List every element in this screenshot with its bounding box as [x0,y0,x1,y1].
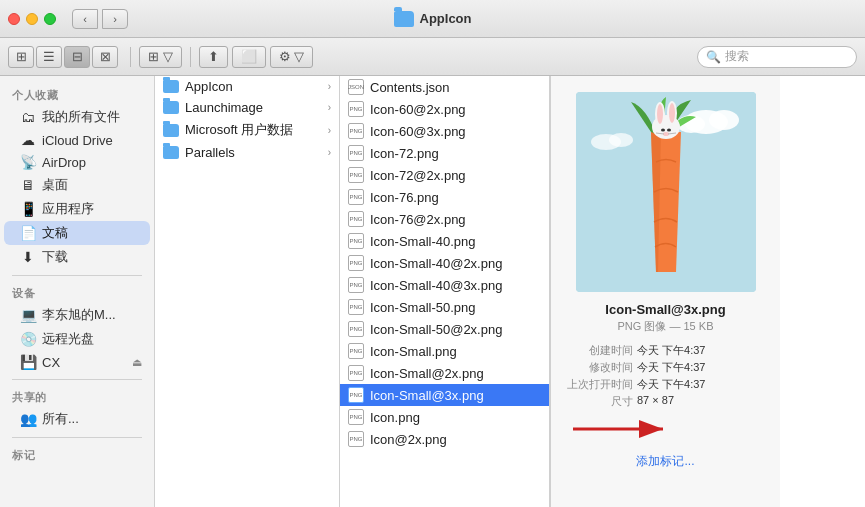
eject-icon[interactable]: ⏏ [132,356,142,369]
col2-item-small50[interactable]: PNG Icon-Small-50.png [340,296,549,318]
sidebar-item-documents[interactable]: 📄 文稿 [4,221,150,245]
minimize-button[interactable] [26,13,38,25]
meta-value-dimensions: 87 × 87 [637,394,768,406]
sidebar-item-mac[interactable]: 💻 李东旭的M... [4,303,150,327]
col2-label-icon72-2x: Icon-72@2x.png [370,168,466,183]
view-icon-btn[interactable]: ⊞ [8,46,34,68]
sidebar-section-tags: 标记 [0,444,154,465]
view-list-btn[interactable]: ☰ [36,46,62,68]
title-folder-icon [394,11,414,27]
file-icon-small40-3x: PNG [348,277,364,293]
tag-button[interactable]: ⬜ [232,46,266,68]
file-icon-icon76-2x: PNG [348,211,364,227]
sidebar-divider-2 [12,379,142,380]
add-tag-link[interactable]: 添加标记... [636,453,694,470]
col2-item-small40-3x[interactable]: PNG Icon-Small-40@3x.png [340,274,549,296]
file-icon-contentsjson: JSON [348,79,364,95]
sidebar-item-shared-all[interactable]: 👥 所有... [4,407,150,431]
col2-label-icon: Icon.png [370,410,420,425]
view-column-btn[interactable]: ⊟ [64,46,90,68]
preview-filename: Icon-Small@3x.png [605,302,725,317]
file-icon-small40-2x: PNG [348,255,364,271]
col1-arrow-appicon: › [328,81,331,92]
view-buttons: ⊞ ☰ ⊟ ⊠ [8,46,118,68]
col2-item-icon60-3x[interactable]: PNG Icon-60@3x.png [340,120,549,142]
search-placeholder: 搜索 [725,48,749,65]
file-icon-icon72: PNG [348,145,364,161]
forward-button[interactable]: › [102,9,128,29]
icloud-icon: ☁ [20,132,36,148]
col2-item-icon76[interactable]: PNG Icon-76.png [340,186,549,208]
col2-item-icon60-2x[interactable]: PNG Icon-60@2x.png [340,98,549,120]
col1-item-parallels[interactable]: Parallels › [155,142,339,163]
col2-item-small50-2x[interactable]: PNG Icon-Small-50@2x.png [340,318,549,340]
share-button[interactable]: ⬆ [199,46,228,68]
col1-item-appicon[interactable]: AppIcon › [155,76,339,97]
arrange-button[interactable]: ⊞ ▽ [139,46,182,68]
meta-value-modified: 今天 下午4:37 [637,360,768,375]
file-icon-icon76: PNG [348,189,364,205]
view-cover-btn[interactable]: ⊠ [92,46,118,68]
sidebar: 个人收藏 🗂 我的所有文件 ☁ iCloud Drive 📡 AirDrop 🖥… [0,76,155,507]
sidebar-item-all-files[interactable]: 🗂 我的所有文件 [4,105,150,129]
sidebar-label-remote-disk: 远程光盘 [42,330,94,348]
sidebar-item-airdrop[interactable]: 📡 AirDrop [4,151,150,173]
col2-item-small-3x[interactable]: PNG Icon-Small@3x.png [340,384,549,406]
col1-item-launchimage[interactable]: Launchimage › [155,97,339,118]
apps-icon: 📱 [20,201,36,217]
remote-disk-icon: 💿 [20,331,36,347]
meta-row-modified: 修改时间 今天 下午4:37 [563,359,768,376]
cx-icon: 💾 [20,354,36,370]
svg-point-12 [667,129,671,132]
col2-label-icon60-3x: Icon-60@3x.png [370,124,466,139]
col2-item-contentsjson[interactable]: JSON Contents.json [340,76,549,98]
sidebar-item-desktop[interactable]: 🖥 桌面 [4,173,150,197]
col2-item-small40[interactable]: PNG Icon-Small-40.png [340,230,549,252]
folder-icon-ms [163,124,179,137]
col2-item-icon72[interactable]: PNG Icon-72.png [340,142,549,164]
preview-file-type: PNG 图像 — 15 KB [563,319,768,334]
sidebar-item-downloads[interactable]: ⬇ 下载 [4,245,150,269]
sidebar-label-documents: 文稿 [42,224,68,242]
sidebar-item-remote-disk[interactable]: 💿 远程光盘 [4,327,150,351]
col1-item-microsoft[interactable]: Microsoft 用户数据 › [155,118,339,142]
title-text: AppIcon [420,11,472,26]
documents-icon: 📄 [20,225,36,241]
shared-icon: 👥 [20,411,36,427]
sidebar-item-cx[interactable]: 💾 CX ⏏ [4,351,150,373]
preview-image [576,92,756,292]
sidebar-item-apps[interactable]: 📱 应用程序 [4,197,150,221]
col2-item-small[interactable]: PNG Icon-Small.png [340,340,549,362]
col2-item-small40-2x[interactable]: PNG Icon-Small-40@2x.png [340,252,549,274]
col2-item-icon76-2x[interactable]: PNG Icon-76@2x.png [340,208,549,230]
col2-label-small-3x: Icon-Small@3x.png [370,388,484,403]
window-title: AppIcon [394,11,472,27]
col2-label-small40-3x: Icon-Small-40@3x.png [370,278,502,293]
sidebar-label-cx: CX [42,355,60,370]
sidebar-section-favorites: 个人收藏 [0,84,154,105]
action-button[interactable]: ⚙ ▽ [270,46,314,68]
search-box[interactable]: 🔍 搜索 [697,46,857,68]
sidebar-divider-3 [12,437,142,438]
col2-item-icon[interactable]: PNG Icon.png [340,406,549,428]
back-button[interactable]: ‹ [72,9,98,29]
sidebar-item-icloud[interactable]: ☁ iCloud Drive [4,129,150,151]
svg-point-5 [609,133,633,147]
col2-item-icon-2x[interactable]: PNG Icon@2x.png [340,428,549,450]
sidebar-label-desktop: 桌面 [42,176,68,194]
file-icon-icon: PNG [348,409,364,425]
meta-value-created: 今天 下午4:37 [637,343,768,358]
col2-item-icon72-2x[interactable]: PNG Icon-72@2x.png [340,164,549,186]
file-icon-small50-2x: PNG [348,321,364,337]
maximize-button[interactable] [44,13,56,25]
col2-item-small-2x[interactable]: PNG Icon-Small@2x.png [340,362,549,384]
col1-arrow-parallels: › [328,147,331,158]
close-button[interactable] [8,13,20,25]
arrow-annotation-container [563,414,768,447]
col2-label-small40-2x: Icon-Small-40@2x.png [370,256,502,271]
meta-row-created: 创建时间 今天 下午4:37 [563,342,768,359]
desktop-icon: 🖥 [20,177,36,193]
col2-label-icon76-2x: Icon-76@2x.png [370,212,466,227]
sidebar-label-airdrop: AirDrop [42,155,86,170]
toolbar: ⊞ ☰ ⊟ ⊠ ⊞ ▽ ⬆ ⬜ ⚙ ▽ 🔍 搜索 [0,38,865,76]
